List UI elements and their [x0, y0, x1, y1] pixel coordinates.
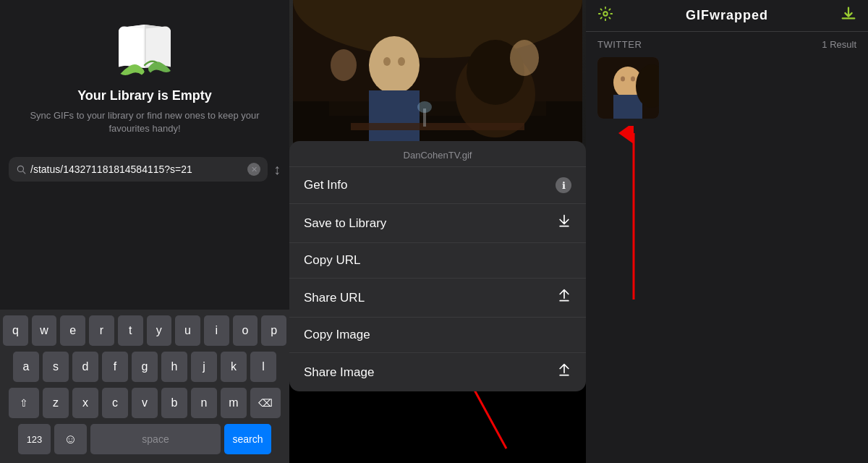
svg-rect-9 — [369, 90, 420, 148]
menu-item-share-url-label: Share URL — [304, 291, 365, 305]
key-q[interactable]: q — [3, 315, 28, 346]
context-menu: DanCohenTV.gif Get Info ℹ Save to Librar… — [289, 141, 586, 391]
menu-item-share-image[interactable]: Share Image — [289, 353, 586, 391]
download-button[interactable] — [841, 6, 856, 25]
menu-item-copy-url[interactable]: Copy URL — [289, 243, 586, 279]
middle-panel: DanCohenTV.gif Get Info ℹ Save to Librar… — [289, 0, 586, 463]
library-icon — [109, 22, 181, 80]
menu-item-save-library-icon — [557, 214, 571, 232]
key-h[interactable]: h — [161, 352, 187, 382]
key-z[interactable]: z — [43, 388, 69, 418]
menu-item-share-image-label: Share Image — [304, 365, 374, 380]
app-title: GIFwrapped — [686, 8, 768, 23]
key-emoji[interactable]: ☺ — [54, 424, 87, 454]
svg-point-8 — [369, 36, 420, 94]
right-panel: GIFwrapped TWITTER 1 Result — [586, 0, 868, 463]
arrow-container — [597, 126, 868, 310]
search-area: /status/143271181814584115?s=21 ✕ ↕ — [0, 150, 289, 189]
key-g[interactable]: g — [132, 352, 158, 382]
key-b[interactable]: b — [161, 388, 187, 418]
library-empty-state: Your Library is Empty Sync GIFs to your … — [0, 0, 289, 150]
menu-item-save-library-label: Save to Library — [304, 216, 386, 231]
key-d[interactable]: d — [72, 352, 98, 382]
svg-point-10 — [383, 57, 391, 66]
clear-search-button[interactable]: ✕ — [247, 163, 260, 176]
gif-thumbnail[interactable] — [597, 57, 659, 119]
search-value: /status/143271181814584115?s=21 — [30, 163, 243, 175]
key-k[interactable]: k — [221, 352, 247, 382]
menu-item-copy-url-label: Copy URL — [304, 253, 360, 268]
svg-rect-14 — [351, 123, 524, 130]
key-backspace[interactable]: ⌫ — [250, 388, 281, 418]
key-a[interactable]: a — [13, 352, 39, 382]
menu-item-copy-image-label: Copy Image — [304, 328, 370, 342]
gear-button[interactable] — [597, 6, 613, 25]
key-shift[interactable]: ⇧ — [9, 388, 39, 418]
search-icon — [16, 164, 26, 174]
keyboard-row-4: 123 ☺ space search — [3, 424, 286, 454]
section-count: 1 Result — [822, 39, 856, 50]
svg-point-27 — [631, 77, 635, 82]
key-search[interactable]: search — [224, 424, 271, 454]
key-l[interactable]: l — [250, 352, 276, 382]
key-i[interactable]: i — [204, 315, 229, 346]
key-f[interactable]: f — [102, 352, 128, 382]
menu-item-copy-image[interactable]: Copy Image — [289, 318, 586, 353]
gif-scene — [289, 0, 586, 159]
key-y[interactable]: y — [147, 315, 172, 346]
key-e[interactable]: e — [60, 315, 85, 346]
key-numbers[interactable]: 123 — [18, 424, 51, 454]
key-p[interactable]: p — [261, 315, 286, 346]
key-n[interactable]: n — [191, 388, 217, 418]
svg-point-26 — [621, 77, 625, 82]
search-bar[interactable]: /status/143271181814584115?s=21 ✕ — [9, 157, 268, 182]
right-header: GIFwrapped — [586, 0, 868, 32]
up-arrow — [597, 126, 670, 307]
context-menu-title: DanCohenTV.gif — [289, 141, 586, 167]
section-title: TWITTER — [597, 39, 642, 50]
key-o[interactable]: o — [233, 315, 258, 346]
keyboard: q w e r t y u i o p a s d f g h j k l ⇧ … — [0, 310, 289, 463]
library-subtitle: Sync GIFs to your library or find new on… — [0, 109, 289, 135]
menu-item-share-url-icon — [557, 289, 571, 307]
key-c[interactable]: c — [102, 388, 128, 418]
svg-line-1 — [23, 171, 25, 174]
left-panel: Your Library is Empty Sync GIFs to your … — [0, 0, 289, 463]
menu-item-get-info-icon: ℹ — [556, 177, 571, 193]
keyboard-row-3: ⇧ z x c v b n m ⌫ — [3, 388, 286, 418]
gif-preview — [289, 0, 586, 159]
key-r[interactable]: r — [89, 315, 114, 346]
svg-point-13 — [331, 49, 357, 81]
menu-item-get-info[interactable]: Get Info ℹ — [289, 167, 586, 204]
svg-point-16 — [417, 101, 432, 113]
menu-item-save-library[interactable]: Save to Library — [289, 204, 586, 243]
key-space[interactable]: space — [90, 424, 221, 454]
key-x[interactable]: x — [72, 388, 98, 418]
key-w[interactable]: w — [32, 315, 57, 346]
menu-item-share-image-icon — [557, 363, 571, 381]
svg-point-22 — [603, 12, 608, 16]
svg-rect-25 — [613, 95, 642, 119]
key-v[interactable]: v — [132, 388, 158, 418]
section-header: TWITTER 1 Result — [586, 32, 868, 57]
key-t[interactable]: t — [118, 315, 143, 346]
library-title: Your Library is Empty — [77, 88, 212, 103]
menu-item-get-info-label: Get Info — [304, 178, 347, 192]
sort-button[interactable]: ↕ — [273, 161, 281, 178]
menu-item-share-url[interactable]: Share URL — [289, 279, 586, 318]
svg-point-11 — [398, 57, 405, 66]
keyboard-row-1: q w e r t y u i o p — [3, 315, 286, 346]
key-u[interactable]: u — [175, 315, 200, 346]
key-j[interactable]: j — [191, 352, 217, 382]
key-m[interactable]: m — [221, 388, 247, 418]
thumbnail-image — [597, 57, 659, 119]
key-s[interactable]: s — [43, 352, 69, 382]
svg-point-12 — [510, 40, 539, 76]
keyboard-row-2: a s d f g h j k l — [3, 352, 286, 382]
